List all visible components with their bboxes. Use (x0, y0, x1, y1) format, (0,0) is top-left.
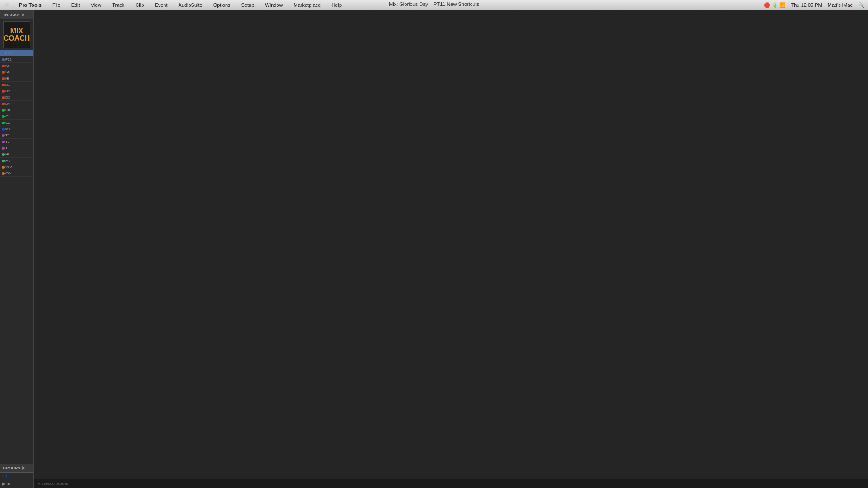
track-color-dot (2, 128, 5, 131)
status-bar: Mix session loaded (34, 479, 868, 488)
track-name-label: T3 (5, 146, 9, 150)
menu-track[interactable]: Track (110, 1, 126, 9)
play-button[interactable]: ▶ (2, 481, 5, 486)
groups-expand-icon[interactable] (22, 466, 25, 470)
tracks-expand-icon[interactable] (22, 13, 24, 17)
track-name-label: C1 (5, 114, 10, 118)
sidebar-track-d4[interactable]: D4 (0, 101, 33, 107)
menu-bar: ⌘ Pro Tools File Edit View Track Clip Ev… (0, 0, 868, 10)
group-value: < -1 (2, 474, 7, 477)
track-color-dot (2, 109, 5, 112)
sidebar-track-d3[interactable]: D3 (0, 94, 33, 101)
status-text: Mix session loaded (38, 482, 68, 486)
sidebar-track-c0[interactable]: C0 (0, 107, 33, 113)
track-name-label: M1 (5, 127, 10, 131)
menu-audiosuite[interactable]: AudioSuite (176, 1, 204, 9)
stop-button[interactable]: ■ (7, 481, 10, 486)
mixer: Mix session loaded (34, 10, 868, 488)
menu-window[interactable]: Window (263, 1, 284, 9)
track-color-dot (2, 58, 5, 61)
groups-header: GROUPS (0, 464, 33, 473)
sidebar-track-f02[interactable]: F02 (0, 50, 33, 56)
track-name-label: C0 (5, 108, 10, 112)
track-color-dot (2, 84, 5, 86)
track-color-dot (2, 90, 5, 93)
track-name-label: Ht (5, 152, 9, 156)
sidebar-track-ht[interactable]: Ht (0, 75, 33, 82)
apple-icon[interactable]: ⌘ (4, 1, 10, 9)
groups-label: GROUPS (3, 466, 20, 470)
window-title: Mix: Glorious Day – PT11 New Shortcuts (389, 1, 479, 7)
track-color-dot (2, 96, 5, 99)
track-color-dot (2, 153, 5, 156)
track-color-dot (2, 172, 5, 175)
sidebar: TRACKS MIXCOACH F02 F52 Kk Sn Ht (0, 10, 34, 488)
sidebar-track-sn[interactable]: Sn (0, 69, 33, 75)
system-icons: 🔴 🔋 📶 (764, 2, 786, 8)
track-name-label: D2 (5, 89, 10, 93)
group-item[interactable]: < -1 (0, 473, 33, 479)
clock: Thu 12:05 PM (791, 2, 822, 8)
track-name-label: C2 (5, 121, 10, 125)
track-color-dot (2, 166, 5, 169)
app-name: Pro Tools (17, 1, 43, 9)
track-name-label: Mu (5, 159, 10, 163)
sidebar-track-c1[interactable]: C1 (0, 113, 33, 120)
sidebar-track-c2[interactable]: C2 (0, 120, 33, 126)
track-color-dot (2, 65, 5, 67)
track-color-dot (2, 160, 5, 162)
track-color-dot (2, 77, 5, 80)
channels-scroll[interactable] (34, 10, 868, 479)
track-name-label: Ht (5, 76, 9, 80)
sidebar-track-ht[interactable]: Ht (0, 151, 33, 158)
sidebar-track-f52[interactable]: F52 (0, 56, 33, 63)
menu-options[interactable]: Options (212, 1, 232, 9)
menu-file[interactable]: File (51, 1, 62, 9)
tracks-label: TRACKS (3, 13, 20, 17)
main-layout: TRACKS MIXCOACH F02 F52 Kk Sn Ht (0, 10, 868, 488)
sidebar-track-m1[interactable]: M1 (0, 126, 33, 132)
sidebar-track-t1[interactable]: T1 (0, 132, 33, 139)
logo-text: MIXCOACH (4, 28, 30, 42)
sidebar-track-d1[interactable]: D1 (0, 82, 33, 88)
username: Matt's iMac (828, 2, 853, 8)
menu-right: 🔴 🔋 📶 Thu 12:05 PM Matt's iMac 🔍 (764, 2, 865, 8)
track-color-dot (2, 115, 5, 118)
menu-event[interactable]: Event (153, 1, 169, 9)
sidebar-track-kk[interactable]: Kk (0, 63, 33, 69)
track-name-label: T1 (5, 133, 9, 137)
logo-container: MIXCOACH (3, 21, 30, 48)
menu-view[interactable]: View (89, 1, 104, 9)
track-name-label: CO (5, 171, 11, 175)
track-color-dot (2, 103, 5, 105)
menu-marketplace[interactable]: Marketplace (292, 1, 322, 9)
track-name-label: VxV (5, 165, 12, 169)
menu-clip[interactable]: Clip (133, 1, 146, 9)
sidebar-track-vxv[interactable]: VxV (0, 164, 33, 170)
search-icon[interactable]: 🔍 (858, 2, 864, 8)
track-color-dot (2, 141, 5, 143)
menu-help[interactable]: Help (330, 1, 344, 9)
track-color-dot (2, 122, 5, 124)
track-color-dot (2, 134, 5, 137)
menu-edit[interactable]: Edit (70, 1, 82, 9)
track-color-dot (2, 147, 5, 150)
track-name-label: F02 (5, 51, 12, 55)
track-name-label: T2 (5, 140, 9, 144)
track-name-label: Sn (5, 70, 10, 74)
menu-setup[interactable]: Setup (240, 1, 256, 9)
track-name-label: F52 (5, 57, 12, 61)
tracks-header: TRACKS (0, 10, 33, 19)
track-name-label: D1 (5, 83, 10, 87)
transport-bar: ▶ ■ (0, 479, 33, 488)
sidebar-track-co[interactable]: CO (0, 170, 33, 177)
track-name-label: Kk (5, 64, 9, 68)
track-color-dot (2, 52, 5, 55)
sidebar-track-mu[interactable]: Mu (0, 158, 33, 164)
track-list: F02 F52 Kk Sn Ht D1 D2 D3 D4 (0, 50, 33, 464)
sidebar-track-d2[interactable]: D2 (0, 88, 33, 94)
sidebar-track-t2[interactable]: T2 (0, 139, 33, 145)
sidebar-track-t3[interactable]: T3 (0, 145, 33, 151)
track-color-dot (2, 71, 5, 74)
track-name-label: D3 (5, 95, 10, 99)
